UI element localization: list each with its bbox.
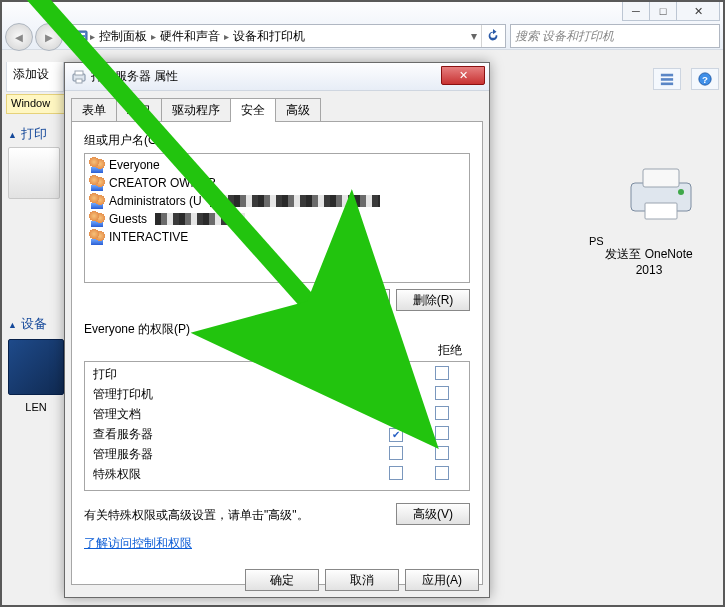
permission-row: 查看服务器: [89, 424, 465, 444]
permission-name: 查看服务器: [89, 426, 373, 443]
chevron-right-icon: ▸: [222, 31, 231, 42]
redacted-text: [155, 213, 245, 225]
permission-name: 管理打印机: [89, 386, 373, 403]
principal-name: Administrators (U: [109, 194, 202, 208]
permission-name: 管理文档: [89, 406, 373, 423]
minimize-button[interactable]: ─: [622, 1, 650, 21]
dialog-close-button[interactable]: ✕: [441, 66, 485, 85]
principal-row[interactable]: Everyone: [87, 156, 467, 174]
users-icon: [89, 193, 105, 209]
deny-checkbox[interactable]: [435, 386, 449, 400]
chevron-right-icon: ▸: [88, 31, 97, 42]
deny-checkbox[interactable]: [435, 366, 449, 380]
cancel-button[interactable]: 取消: [325, 569, 399, 591]
principal-row[interactable]: Administrators (U: [87, 192, 467, 210]
permission-row: 管理打印机: [89, 384, 465, 404]
close-button[interactable]: ✕: [676, 1, 720, 21]
breadcrumb-seg-hardware[interactable]: 硬件和声音: [158, 25, 222, 47]
principal-name: Everyone: [109, 158, 160, 172]
breadcrumb-seg-control-panel[interactable]: 控制面板: [97, 25, 149, 47]
redacted-text: [210, 195, 380, 207]
chevron-down-icon[interactable]: ▾: [467, 29, 481, 43]
address-bar[interactable]: ▸ 控制面板 ▸ 硬件和声音 ▸ 设备和打印机 ▾: [69, 24, 506, 48]
tab-0[interactable]: 表单: [71, 98, 117, 122]
printer-thumbnail[interactable]: [8, 147, 60, 199]
allow-checkbox[interactable]: [389, 388, 403, 402]
deny-column-header: 拒绝: [438, 342, 462, 359]
search-input[interactable]: 搜索 设备和打印机: [510, 24, 720, 48]
allow-checkbox[interactable]: [389, 428, 403, 442]
principal-row[interactable]: CREATOR OWNER: [87, 174, 467, 192]
svg-rect-2: [81, 33, 85, 35]
principal-row[interactable]: INTERACTIVE: [87, 228, 467, 246]
users-icon: [89, 175, 105, 191]
apply-button[interactable]: 应用(A): [405, 569, 479, 591]
groups-label: 组或用户名(G):: [84, 132, 470, 149]
permission-name: 特殊权限: [89, 466, 373, 483]
control-panel-icon: [72, 28, 88, 44]
printers-heading: ▲ 打印: [8, 125, 68, 143]
principal-name: Guests: [109, 212, 147, 226]
device-thumbnail[interactable]: [8, 339, 64, 395]
principal-row[interactable]: Guests: [87, 210, 467, 228]
svg-rect-5: [661, 78, 673, 81]
permission-row: 管理文档: [89, 404, 465, 424]
advanced-button[interactable]: 高级(V): [396, 503, 470, 525]
svg-rect-4: [661, 74, 673, 77]
permission-row: 管理服务器: [89, 444, 465, 464]
remove-principal-button[interactable]: 删除(R): [396, 289, 470, 311]
printer-icon: [71, 69, 87, 85]
explorer-header: ─ □ ✕ ◄ ► ▸ 控制面板 ▸ 硬件和声音 ▸ 设备和打印机 ▾ 搜索 设…: [0, 0, 725, 50]
deny-checkbox[interactable]: [435, 426, 449, 440]
permission-name: 打印: [89, 366, 373, 383]
onenote-caption-line1: 发送至 OneNote: [589, 246, 709, 263]
item-caption-suffix: PS: [589, 235, 604, 247]
permissions-list: 打印管理打印机管理文档查看服务器管理服务器特殊权限: [84, 361, 470, 491]
nav-back-button[interactable]: ◄: [5, 23, 33, 51]
principals-list[interactable]: EveryoneCREATOR OWNERAdministrators (UGu…: [84, 153, 470, 283]
ok-button[interactable]: 确定: [245, 569, 319, 591]
allow-checkbox[interactable]: [389, 406, 403, 420]
device-caption: LEN: [8, 401, 64, 413]
help-button[interactable]: ?: [691, 68, 719, 90]
permission-row: 打印: [89, 364, 465, 384]
allow-checkbox[interactable]: [389, 466, 403, 480]
svg-rect-0: [73, 31, 87, 41]
info-bar[interactable]: Window: [6, 94, 64, 114]
deny-checkbox[interactable]: [435, 466, 449, 480]
svg-rect-1: [75, 33, 79, 35]
toolbar-add-device-button[interactable]: 添加设: [6, 62, 64, 92]
add-principal-button[interactable]: 添加(D)...: [316, 289, 390, 311]
principal-name: CREATOR OWNER: [109, 176, 216, 190]
nav-forward-button[interactable]: ►: [35, 23, 63, 51]
svg-rect-14: [75, 71, 83, 75]
deny-checkbox[interactable]: [435, 446, 449, 460]
security-tab-panel: 组或用户名(G): EveryoneCREATOR OWNERAdministr…: [71, 121, 483, 585]
onenote-caption-line2: 2013: [589, 263, 709, 277]
svg-rect-3: [75, 37, 85, 39]
tab-1[interactable]: 端口: [116, 98, 162, 122]
tab-4[interactable]: 高级: [275, 98, 321, 122]
devices-heading: ▲ 设备: [8, 315, 64, 333]
learn-access-control-link[interactable]: 了解访问控制和权限: [84, 535, 192, 552]
principal-name: INTERACTIVE: [109, 230, 188, 244]
deny-checkbox[interactable]: [435, 406, 449, 420]
dialog-title: 打印服务器 属性: [91, 68, 178, 85]
permission-name: 管理服务器: [89, 446, 373, 463]
breadcrumb-seg-devices[interactable]: 设备和打印机: [231, 25, 307, 47]
allow-checkbox[interactable]: [389, 368, 403, 382]
maximize-button[interactable]: □: [649, 1, 677, 21]
print-server-properties-dialog: 打印服务器 属性 ✕ 表单端口驱动程序安全高级 组或用户名(G): Everyo…: [64, 62, 490, 598]
search-placeholder: 搜索 设备和打印机: [515, 28, 614, 45]
view-options-button[interactable]: [653, 68, 681, 90]
refresh-button[interactable]: [481, 25, 503, 47]
users-icon: [89, 229, 105, 245]
tab-3[interactable]: 安全: [230, 98, 276, 122]
chevron-right-icon: ▸: [149, 31, 158, 42]
printer-icon[interactable]: [625, 165, 697, 223]
advanced-note: 有关特殊权限或高级设置，请单击"高级"。: [84, 507, 309, 524]
allow-checkbox[interactable]: [389, 446, 403, 460]
tab-2[interactable]: 驱动程序: [161, 98, 231, 122]
users-icon: [89, 211, 105, 227]
svg-rect-6: [661, 83, 673, 86]
